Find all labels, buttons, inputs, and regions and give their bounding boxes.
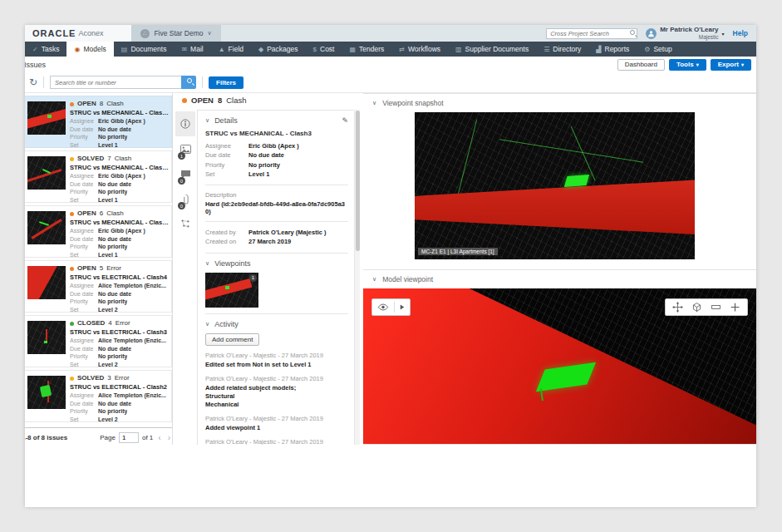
related-models-icon[interactable] <box>175 211 195 236</box>
add-comment-button[interactable]: Add comment <box>205 333 259 346</box>
issue-due-date: No due date <box>98 126 131 133</box>
issue-title: STRUC vs ELECTRICAL - Clash2 <box>70 383 169 391</box>
issue-title: STRUC vs MECHANICAL - Clash2 <box>70 164 169 171</box>
section-icon[interactable] <box>691 302 702 313</box>
issue-search-input[interactable] <box>50 76 181 89</box>
issue-number: 4 <box>108 319 111 328</box>
next-page-icon[interactable]: › <box>166 433 172 442</box>
issue-title: STRUC vs ELECTRICAL - Clash4 <box>70 273 169 281</box>
issue-set: Level 1 <box>98 141 118 149</box>
activity-meta: Patrick O'Leary - Majestic - 27 March 20… <box>205 415 348 422</box>
edit-icon[interactable]: ✎ <box>342 116 348 125</box>
page-of-label: of 1 <box>142 434 153 441</box>
details-section-header[interactable]: ∨ Details ✎ <box>205 116 348 125</box>
issue-thumbnail <box>27 156 66 190</box>
document-icon: ▤ <box>121 46 128 53</box>
issue-card[interactable]: OPEN 6 Clash STRUC vs MECHANICAL - Clash… <box>25 205 172 258</box>
user-menu[interactable]: Mr Patrick O'Leary Majestic ▾ <box>646 27 724 40</box>
info-icon[interactable] <box>175 111 195 136</box>
tab-field[interactable]: ▲ Field <box>211 42 251 57</box>
tab-workflows[interactable]: ⇄ Workflows <box>391 42 448 57</box>
help-link[interactable]: Help <box>733 29 748 37</box>
refresh-icon[interactable]: ↻ <box>29 76 37 88</box>
page-input[interactable] <box>119 432 139 443</box>
issue-type: Error <box>115 374 130 382</box>
issue-detail-panel: OPEN 8 Clash 100 ∨ Details ✎ STRUC vs ME… <box>175 93 360 445</box>
activity-meta: Patrick O'Leary - Majestic - 27 March 20… <box>205 352 348 359</box>
model-viewport-3d[interactable] <box>363 288 756 444</box>
dashboard-button[interactable]: Dashboard <box>617 59 665 71</box>
viewpoint-thumbnail[interactable]: 1 <box>205 273 258 308</box>
detail-scrollbar[interactable] <box>354 110 360 445</box>
tab-directory[interactable]: ☰ Directory <box>536 42 588 57</box>
divider <box>205 185 348 185</box>
issue-card[interactable]: SOLVED 7 Clash STRUC vs MECHANICAL - Cla… <box>25 150 172 203</box>
snapshot-section-header[interactable]: ∨ Viewpoint snapshot <box>363 94 756 112</box>
viewpoint-snapshot-image: MC-Z1 E1 | L3I Apartments [1] <box>415 112 695 259</box>
tab-tasks[interactable]: ✓ Tasks <box>25 42 66 57</box>
tab-reports[interactable]: ▟ Reports <box>588 42 637 57</box>
issue-status: OPEN <box>77 264 96 273</box>
zoom-in-icon[interactable] <box>730 302 740 313</box>
issue-due-date: No due date <box>98 180 131 188</box>
viewport-toolbar-right <box>665 298 748 316</box>
activity-entry: Patrick O'Leary - Majestic - 27 March 20… <box>205 438 348 445</box>
workflow-icon: ⇄ <box>399 46 405 53</box>
chevron-down-icon: ∨ <box>372 100 376 106</box>
pagination: Page of 1 ‹ › <box>100 432 172 443</box>
issue-card[interactable]: CLOSED 4 Error STRUC vs ELECTRICAL - Cla… <box>25 315 172 367</box>
project-selector[interactable]: Five Star Demo ∨ <box>131 25 221 42</box>
tab-packages[interactable]: ◆ Packages <box>251 42 306 57</box>
issue-set: Level 2 <box>98 361 118 368</box>
issue-assignee: Alice Templeton (Enzic... <box>98 282 166 289</box>
issue-priority: No priority <box>98 133 127 140</box>
image-icon[interactable]: 1 <box>175 136 195 161</box>
tab-setup[interactable]: ⚙ Setup <box>637 42 679 57</box>
issue-card[interactable]: SOLVED 3 Error STRUC vs ELECTRICAL - Cla… <box>25 370 172 422</box>
caret-down-icon: ▾ <box>741 62 744 67</box>
divider <box>205 253 348 254</box>
top-bar: ORACLE Aconex Five Star Demo ∨ Mr Patric… <box>25 25 756 42</box>
issue-title: STRUC vs MECHANICAL - Clash1 <box>70 219 169 226</box>
pan-icon[interactable] <box>672 302 683 313</box>
tab-documents[interactable]: ▤ Documents <box>114 42 175 57</box>
field-value: 27 March 2019 <box>248 237 291 246</box>
field-label: Due date <box>205 150 248 160</box>
tab-supplier-documents[interactable]: ▥ Supplier Documents <box>448 42 536 57</box>
activity-text: Added related subject models; Structural… <box>205 384 348 409</box>
issue-priority: No priority <box>98 407 127 415</box>
next-icon[interactable] <box>400 303 405 311</box>
attachment-icon[interactable]: 0 <box>175 186 195 211</box>
issue-title: STRUC vs MECHANICAL - Clash3 <box>70 109 169 116</box>
chevron-down-icon: ∨ <box>205 321 209 328</box>
divider <box>205 221 348 222</box>
model-viewpoint-section-header[interactable]: ∨ Model viewpoint <box>363 270 756 288</box>
tab-models[interactable]: ◉ Models <box>66 42 113 57</box>
eye-icon[interactable] <box>377 303 389 311</box>
minimize-icon[interactable] <box>711 302 721 313</box>
detail-header: OPEN 8 Clash <box>175 93 360 109</box>
filters-button[interactable]: Filters <box>209 76 243 89</box>
scrollbar-thumb[interactable] <box>356 111 360 251</box>
tab-cost[interactable]: $ Cost <box>306 42 342 57</box>
activity-entry: Patrick O'Leary - Majestic - 27 March 20… <box>205 352 348 369</box>
issue-priority: No priority <box>98 352 127 360</box>
tab-mail[interactable]: ✉ Mail <box>174 42 210 57</box>
cross-project-search-input[interactable] <box>546 28 637 39</box>
chevron-down-icon: ∨ <box>205 260 209 267</box>
mail-icon: ✉ <box>181 46 187 53</box>
tab-tenders[interactable]: ▦ Tenders <box>342 42 391 57</box>
tools-button[interactable]: Tools▾ <box>669 59 706 71</box>
prev-page-icon[interactable]: ‹ <box>156 433 162 442</box>
viewpoints-section-header[interactable]: ∨ Viewpoints <box>205 259 348 268</box>
issue-card[interactable]: OPEN 8 Clash STRUC vs MECHANICAL - Clash… <box>25 96 172 148</box>
issue-card[interactable]: OPEN 5 Error STRUC vs ELECTRICAL - Clash… <box>25 260 172 313</box>
count-badge: 1 <box>178 152 185 160</box>
brand-logo: ORACLE Aconex <box>25 25 131 42</box>
aconex-logo-text: Aconex <box>78 29 103 37</box>
search-button[interactable] <box>181 76 196 89</box>
activity-text: Edited set from Not in set to Level 1 <box>205 361 348 369</box>
export-button[interactable]: Export▾ <box>711 59 751 71</box>
activity-section-header[interactable]: ∨ Activity <box>205 320 348 328</box>
comment-icon[interactable]: 0 <box>175 161 195 186</box>
